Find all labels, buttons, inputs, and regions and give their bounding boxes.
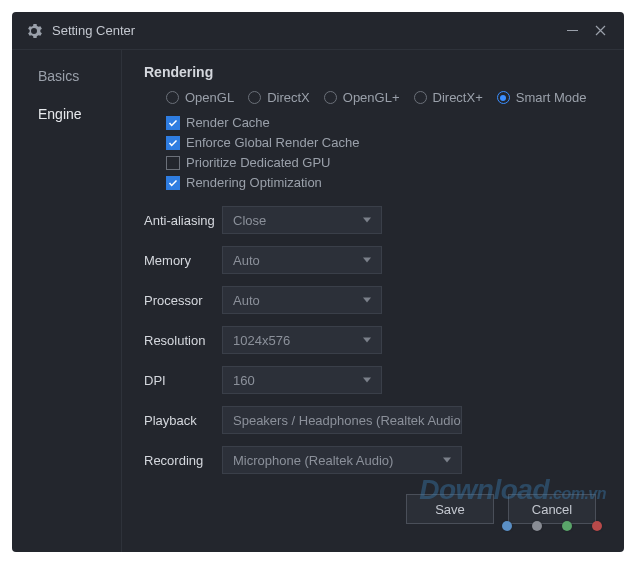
- content-panel: Rendering OpenGL DirectX OpenGL+ DirectX…: [122, 50, 624, 552]
- radio-label: OpenGL: [185, 90, 234, 105]
- select-value: Close: [233, 213, 266, 228]
- select-value: Auto: [233, 293, 260, 308]
- radio-label: OpenGL+: [343, 90, 400, 105]
- label-dpi: DPI: [144, 373, 222, 388]
- select-value: 1024x576: [233, 333, 290, 348]
- label-playback: Playback: [144, 413, 222, 428]
- row-recording: Recording Microphone (Realtek Audio): [144, 446, 616, 474]
- row-resolution: Resolution 1024x576: [144, 326, 616, 354]
- radio-label: DirectX: [267, 90, 310, 105]
- radio-smartmode[interactable]: Smart Mode: [497, 90, 587, 105]
- radio-icon: [166, 91, 179, 104]
- select-memory[interactable]: Auto: [222, 246, 382, 274]
- select-value: Auto: [233, 253, 260, 268]
- radio-openglplus[interactable]: OpenGL+: [324, 90, 400, 105]
- settings-window: Setting Center Basics Engine Rendering O…: [12, 12, 624, 552]
- check-label: Prioritize Dedicated GPU: [186, 155, 331, 170]
- input-playback[interactable]: Speakers / Headphones (Realtek Audio): [222, 406, 462, 434]
- svg-rect-0: [567, 30, 578, 31]
- check-label: Rendering Optimization: [186, 175, 322, 190]
- rendering-options: Render Cache Enforce Global Render Cache…: [144, 115, 616, 190]
- row-playback: Playback Speakers / Headphones (Realtek …: [144, 406, 616, 434]
- chevron-down-icon: [363, 218, 371, 223]
- label-antialias: Anti-aliasing: [144, 213, 222, 228]
- select-antialias[interactable]: Close: [222, 206, 382, 234]
- radio-icon: [497, 91, 510, 104]
- input-value: Speakers / Headphones (Realtek Audio): [233, 413, 462, 428]
- checkbox-icon: [166, 156, 180, 170]
- tab-engine[interactable]: Engine: [12, 100, 121, 128]
- gear-icon: [26, 23, 42, 39]
- select-value: Microphone (Realtek Audio): [233, 453, 393, 468]
- row-processor: Processor Auto: [144, 286, 616, 314]
- check-render-opt[interactable]: Rendering Optimization: [166, 175, 616, 190]
- label-memory: Memory: [144, 253, 222, 268]
- checkbox-icon: [166, 176, 180, 190]
- label-processor: Processor: [144, 293, 222, 308]
- save-button[interactable]: Save: [406, 494, 494, 524]
- cancel-button[interactable]: Cancel: [508, 494, 596, 524]
- select-value: 160: [233, 373, 255, 388]
- check-label: Render Cache: [186, 115, 270, 130]
- window-body: Basics Engine Rendering OpenGL DirectX O…: [12, 50, 624, 552]
- chevron-down-icon: [443, 458, 451, 463]
- row-memory: Memory Auto: [144, 246, 616, 274]
- checkbox-icon: [166, 136, 180, 150]
- select-dpi[interactable]: 160: [222, 366, 382, 394]
- label-resolution: Resolution: [144, 333, 222, 348]
- check-prioritize-gpu[interactable]: Prioritize Dedicated GPU: [166, 155, 616, 170]
- close-button[interactable]: [586, 17, 614, 45]
- radio-opengl[interactable]: OpenGL: [166, 90, 234, 105]
- titlebar: Setting Center: [12, 12, 624, 50]
- radio-directx[interactable]: DirectX: [248, 90, 310, 105]
- row-dpi: DPI 160: [144, 366, 616, 394]
- minimize-button[interactable]: [558, 17, 586, 45]
- select-processor[interactable]: Auto: [222, 286, 382, 314]
- select-recording[interactable]: Microphone (Realtek Audio): [222, 446, 462, 474]
- check-enforce-global[interactable]: Enforce Global Render Cache: [166, 135, 616, 150]
- radio-label: DirectX+: [433, 90, 483, 105]
- footer: Save Cancel: [144, 494, 616, 540]
- radio-directxplus[interactable]: DirectX+: [414, 90, 483, 105]
- select-resolution[interactable]: 1024x576: [222, 326, 382, 354]
- radio-icon: [248, 91, 261, 104]
- rendering-modes: OpenGL DirectX OpenGL+ DirectX+ Smart Mo…: [144, 90, 616, 105]
- row-antialias: Anti-aliasing Close: [144, 206, 616, 234]
- check-render-cache[interactable]: Render Cache: [166, 115, 616, 130]
- chevron-down-icon: [363, 338, 371, 343]
- chevron-down-icon: [363, 258, 371, 263]
- radio-icon: [324, 91, 337, 104]
- radio-icon: [414, 91, 427, 104]
- label-recording: Recording: [144, 453, 222, 468]
- radio-label: Smart Mode: [516, 90, 587, 105]
- sidebar: Basics Engine: [12, 50, 122, 552]
- checkbox-icon: [166, 116, 180, 130]
- tab-basics[interactable]: Basics: [12, 62, 121, 90]
- window-title: Setting Center: [52, 23, 558, 38]
- chevron-down-icon: [363, 378, 371, 383]
- check-label: Enforce Global Render Cache: [186, 135, 359, 150]
- chevron-down-icon: [363, 298, 371, 303]
- rendering-title: Rendering: [144, 64, 616, 80]
